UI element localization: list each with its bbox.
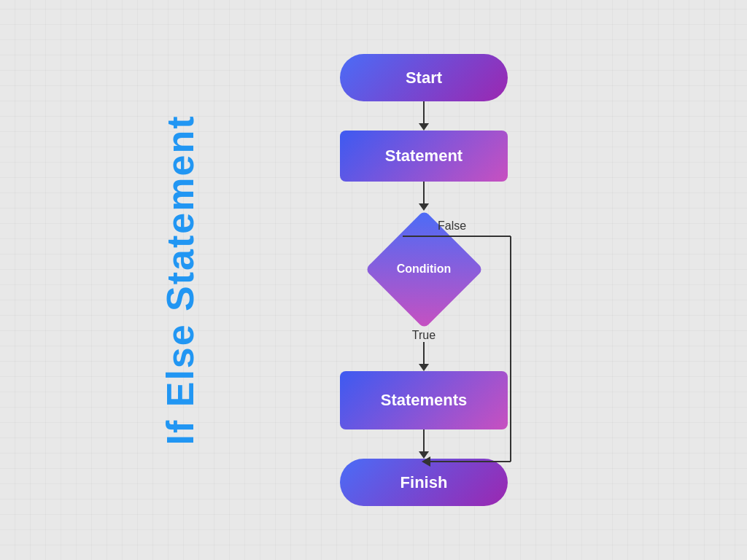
arrow-statement-to-condition [419, 182, 429, 211]
condition-node: Condition [365, 211, 482, 327]
side-title: If Else Statement [158, 114, 202, 445]
statements-node: Statements [340, 371, 508, 429]
finish-node: Finish [340, 459, 508, 506]
start-label: Start [406, 69, 442, 88]
true-label: True [412, 329, 436, 342]
arrow-condition-to-statements [419, 342, 429, 371]
statements-label: Statements [381, 391, 468, 410]
arrow-start-to-statement [419, 101, 429, 131]
flowchart: Start Statement Condition True Statement… [340, 54, 508, 506]
finish-label: Finish [400, 473, 448, 492]
statement-label: Statement [385, 147, 462, 166]
arrow-statements-to-finish [419, 429, 429, 459]
statement-node: Statement [340, 131, 508, 182]
start-node: Start [340, 54, 508, 101]
